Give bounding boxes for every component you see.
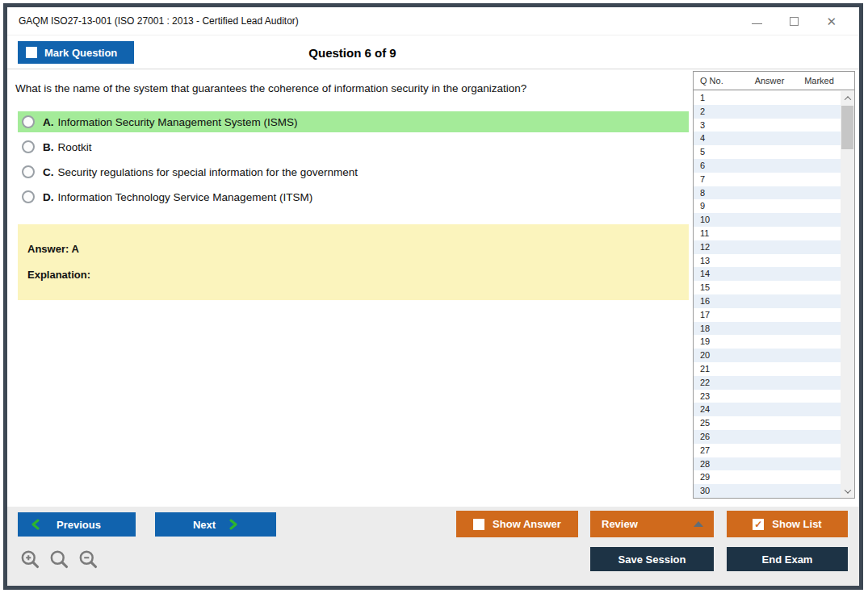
question-list-row[interactable]: 1	[694, 91, 841, 105]
option-letter: B.	[43, 141, 54, 153]
show-answer-checkbox-icon[interactable]	[473, 519, 484, 530]
question-list-row[interactable]: 15	[694, 281, 841, 294]
show-list-checkbox-icon[interactable]: ✓	[753, 519, 764, 530]
question-list-row[interactable]: 22	[694, 376, 841, 390]
review-button[interactable]: Review	[590, 511, 714, 537]
question-list-row[interactable]: 28	[694, 457, 841, 471]
question-number: 22	[700, 378, 710, 387]
question-number: 7	[700, 174, 705, 184]
question-list-row[interactable]: 24	[694, 403, 841, 416]
show-list-button[interactable]: ✓ Show List	[727, 511, 848, 537]
question-list-row[interactable]: 20	[694, 349, 841, 362]
question-list-body: 1 2 3 4 5 6 7 8 9 10 11 12 13 14 15	[694, 91, 841, 498]
answer-option[interactable]: C. Security regulations for special info…	[18, 161, 689, 182]
question-list-row[interactable]: 2	[694, 105, 841, 119]
answer-option[interactable]: B. Rootkit	[18, 136, 689, 157]
question-number: 15	[700, 282, 710, 292]
column-header-answer: Answer	[740, 76, 799, 86]
question-number: 12	[700, 242, 710, 252]
answer-option[interactable]: D. Information Technology Service Manage…	[18, 186, 689, 207]
question-number: 23	[700, 391, 710, 401]
question-number: 29	[700, 472, 710, 482]
question-list-row[interactable]: 13	[694, 254, 841, 268]
question-list-row[interactable]: 17	[694, 308, 841, 322]
question-list-row[interactable]: 3	[694, 119, 841, 132]
question-list-row[interactable]: 23	[694, 390, 841, 403]
question-list-scrollbar[interactable]	[841, 91, 854, 498]
show-list-label: Show List	[772, 518, 821, 530]
end-exam-label: End Exam	[762, 553, 813, 566]
question-list-row[interactable]: 16	[694, 294, 841, 308]
question-number: 3	[700, 120, 705, 130]
question-number: 18	[700, 324, 710, 333]
question-list-row[interactable]: 29	[694, 470, 841, 484]
question-number: 4	[700, 133, 705, 143]
question-number: 9	[700, 201, 705, 211]
next-button[interactable]: Next	[155, 512, 276, 537]
previous-label: Previous	[57, 519, 101, 531]
question-list-row[interactable]: 8	[694, 186, 841, 200]
question-list-row[interactable]: 21	[694, 362, 841, 376]
next-label: Next	[193, 519, 216, 531]
question-list-row[interactable]: 14	[694, 267, 841, 281]
dropdown-up-icon	[694, 521, 703, 527]
radio-button-icon[interactable]	[22, 140, 35, 153]
question-number: 25	[700, 418, 710, 428]
question-list-row[interactable]: 6	[694, 159, 841, 173]
title-bar: GAQM ISO27-13-001 (ISO 27001 : 2013 - Ce…	[7, 7, 859, 35]
main-content: What is the name of the system that guar…	[7, 69, 859, 507]
option-text: Security regulations for special informa…	[58, 166, 358, 178]
question-list-row[interactable]: 27	[694, 444, 841, 457]
question-counter: Question 6 of 9	[7, 35, 698, 69]
question-list-row[interactable]: 26	[694, 430, 841, 444]
show-answer-button[interactable]: Show Answer	[456, 511, 578, 537]
save-session-button[interactable]: Save Session	[590, 547, 714, 571]
scroll-down-icon[interactable]	[841, 484, 854, 498]
option-letter: C.	[43, 166, 54, 178]
question-list-row[interactable]: 18	[694, 322, 841, 336]
header-bar: Mark Question Question 6 of 9	[7, 35, 859, 69]
question-number: 10	[700, 215, 710, 224]
zoom-in-icon[interactable]	[19, 549, 41, 570]
question-number: 8	[700, 188, 705, 198]
question-list-row[interactable]: 10	[694, 213, 841, 227]
zoom-reset-icon[interactable]	[48, 549, 70, 570]
radio-button-icon[interactable]	[22, 115, 35, 128]
question-list-row[interactable]: 25	[694, 416, 841, 430]
question-number: 11	[700, 228, 709, 238]
maximize-icon[interactable]	[790, 17, 799, 26]
question-list-row[interactable]: 9	[694, 199, 841, 213]
question-number: 14	[700, 269, 710, 278]
zoom-out-icon[interactable]	[78, 549, 99, 570]
answer-box: Answer: A Explanation:	[18, 224, 689, 300]
scroll-up-icon[interactable]	[841, 91, 854, 105]
radio-button-icon[interactable]	[22, 190, 35, 203]
chevron-right-icon	[229, 519, 238, 530]
question-number: 1	[700, 93, 705, 102]
previous-button[interactable]: Previous	[18, 512, 136, 537]
save-session-label: Save Session	[619, 553, 686, 566]
exam-window: GAQM ISO27-13-001 (ISO 27001 : 2013 - Ce…	[3, 3, 863, 590]
option-text: Rootkit	[58, 141, 92, 153]
column-header-marked: Marked	[799, 76, 854, 86]
radio-button-icon[interactable]	[22, 165, 35, 178]
question-list-row[interactable]: 19	[694, 335, 841, 349]
question-list-row[interactable]: 5	[694, 145, 841, 159]
minimize-icon[interactable]	[752, 19, 762, 24]
window-controls: ✕	[752, 15, 848, 27]
question-number: 17	[700, 310, 710, 319]
scrollbar-thumb[interactable]	[841, 106, 853, 149]
question-list-row[interactable]: 4	[694, 132, 841, 145]
question-list-row[interactable]: 11	[694, 227, 841, 240]
question-number: 27	[700, 445, 710, 455]
question-list-row[interactable]: 7	[694, 173, 841, 186]
question-list-row[interactable]: 12	[694, 240, 841, 254]
end-exam-button[interactable]: End Exam	[727, 547, 848, 571]
question-number: 19	[700, 336, 710, 346]
question-list-row[interactable]: 30	[694, 484, 841, 498]
close-icon[interactable]: ✕	[826, 15, 837, 27]
question-list-panel: Q No. Answer Marked 1 2 3 4 5 6 7 8 9 10…	[693, 71, 855, 499]
footer-bar: Previous Next Show Answer Review ✓ Show …	[7, 507, 859, 586]
question-number: 21	[700, 364, 710, 374]
answer-option[interactable]: A. Information Security Management Syste…	[18, 111, 689, 132]
